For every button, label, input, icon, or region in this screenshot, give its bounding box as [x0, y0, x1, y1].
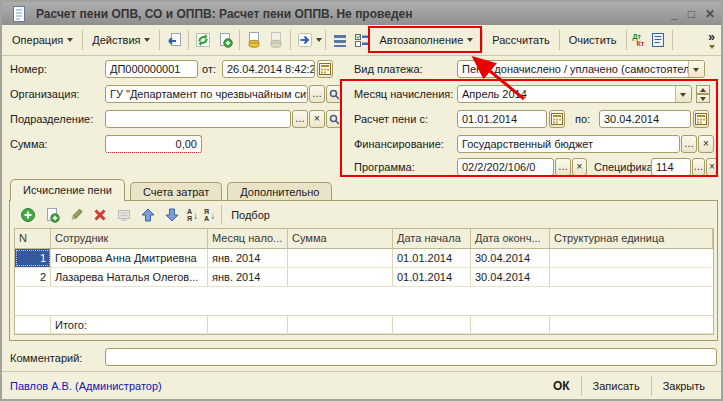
ellipsis-button[interactable]: … [681, 135, 697, 153]
clear-field-button[interactable]: × [572, 158, 587, 176]
date-from-cell[interactable]: 01.01.2014 [393, 268, 471, 286]
toolbar-separator [626, 30, 627, 50]
calendar-button[interactable] [693, 110, 709, 128]
tab-cost-accounts[interactable]: Счета затрат [130, 182, 222, 201]
ellipsis-button[interactable]: … [292, 110, 308, 128]
department-field[interactable] [105, 110, 291, 128]
add-row-icon[interactable] [20, 207, 36, 223]
search-icon[interactable] [326, 110, 342, 128]
table-row[interactable]: 2 Лазарева Наталья Олегов... янв. 2014 0… [15, 268, 713, 287]
clear-field-button[interactable]: × [706, 158, 718, 176]
financing-field[interactable]: Государственный бюджет [457, 135, 680, 153]
calendar-button[interactable] [317, 60, 333, 78]
sum-cell[interactable] [288, 249, 393, 267]
report-icon[interactable] [650, 32, 666, 48]
organization-label: Организация: [10, 85, 79, 103]
checkbox-list-icon[interactable] [354, 32, 370, 48]
clear-field-button[interactable]: × [698, 135, 714, 153]
column-header-unit[interactable]: Структурная единица [550, 229, 713, 248]
column-header-n[interactable]: N [15, 229, 51, 248]
date-from-cell[interactable]: 01.01.2014 [393, 249, 471, 267]
tab-additional[interactable]: Дополнительно [227, 182, 332, 201]
accrual-month-select[interactable]: Апрель 2014 [457, 85, 692, 103]
unpost-document-icon[interactable] [268, 32, 284, 48]
close-form-button[interactable]: Закрыть [655, 378, 713, 394]
comment-input[interactable] [105, 348, 717, 366]
row-number-cell[interactable]: 2 [15, 268, 51, 286]
clear-button[interactable]: Очистить [563, 31, 623, 49]
ok-button[interactable]: ОК [545, 377, 578, 395]
clear-field-button[interactable]: × [309, 110, 325, 128]
amount-label: Сумма: [10, 135, 48, 153]
search-icon[interactable] [326, 85, 342, 103]
copy-row-icon[interactable] [44, 207, 60, 223]
number-field[interactable]: ДП000000001 [105, 60, 198, 78]
employee-cell[interactable]: Лазарева Наталья Олегов... [51, 268, 208, 286]
status-bar: Павлов А.В. (Администратор) ОК Записать … [2, 371, 721, 399]
column-header-employee[interactable]: Сотрудник [51, 229, 208, 248]
column-header-date-from[interactable]: Дата начала [393, 229, 471, 248]
move-up-icon[interactable] [140, 207, 156, 223]
program-field[interactable]: 02/2/202/106/0 [457, 158, 554, 176]
date-to-cell[interactable]: 30.04.2014 [471, 268, 550, 286]
chevron-down-icon[interactable] [316, 38, 322, 42]
amount-field[interactable]: 0,00 [105, 135, 202, 153]
document-date-field[interactable]: 26.04.2014 8:42:24 [222, 60, 315, 78]
column-header-date-to[interactable]: Дата оконч... [471, 229, 550, 248]
maximize-button[interactable]: □ [688, 8, 695, 20]
date-to-cell[interactable]: 30.04.2014 [471, 249, 550, 267]
list-structure-icon[interactable] [332, 32, 348, 48]
calendar-button[interactable] [549, 110, 565, 128]
row-number-cell[interactable]: 1 [15, 249, 51, 267]
specifics-label: Специфика: [594, 158, 656, 176]
close-button[interactable]: ✕ [705, 8, 715, 20]
penalty-from-field[interactable]: 01.01.2014 [457, 110, 547, 128]
unit-cell[interactable] [550, 268, 713, 286]
financing-label: Финансирование: [354, 135, 444, 153]
toolbar-overflow-button[interactable]: » [708, 32, 715, 49]
pick-button[interactable]: Подбор [225, 206, 276, 224]
refresh-icon[interactable] [195, 32, 211, 48]
move-down-icon[interactable] [164, 207, 180, 223]
unit-cell[interactable] [550, 249, 713, 267]
penalty-to-label: по: [575, 110, 590, 128]
delete-row-icon[interactable] [92, 207, 108, 223]
column-header-month[interactable]: Месяц нало... [208, 229, 288, 248]
tab-penalty-calculation[interactable]: Исчисление пени [10, 179, 125, 201]
month-cell[interactable]: янв. 2014 [208, 268, 288, 286]
sum-cell[interactable] [288, 268, 393, 286]
ellipsis-button[interactable]: … [692, 158, 705, 176]
save-button[interactable]: Записать [585, 378, 648, 394]
debit-credit-icon[interactable]: Дт Кт [633, 33, 645, 47]
spin-up-icon[interactable] [696, 85, 710, 94]
copy-add-icon[interactable] [217, 32, 233, 48]
payment-type-select[interactable]: Пени: доначислено / уплачено (самостояте… [457, 60, 705, 78]
month-cell[interactable]: янв. 2014 [208, 249, 288, 267]
operation-menu-button[interactable]: Операция [6, 31, 79, 49]
specifics-field[interactable]: 114 [651, 158, 691, 176]
accrual-month-label: Месяц начисления: [354, 85, 453, 103]
goto-icon[interactable] [297, 32, 313, 48]
date-from-label: от: [202, 60, 216, 78]
sort-descending-icon[interactable]: ЯА ↓ [204, 208, 215, 222]
table-row[interactable]: 1 Говорова Анна Дмитриевна янв. 2014 01.… [15, 249, 713, 268]
penalty-to-field[interactable]: 30.04.2014 [599, 110, 691, 128]
ellipsis-button[interactable]: … [309, 85, 325, 103]
table-header: N Сотрудник Месяц нало... Сумма Дата нач… [15, 229, 713, 249]
reread-icon[interactable] [166, 32, 182, 48]
post-document-icon[interactable] [246, 32, 262, 48]
edit-row-icon[interactable] [68, 207, 84, 223]
minimize-button[interactable]: _ [671, 8, 678, 20]
autofill-button[interactable]: Автозаполнение [373, 31, 479, 49]
column-header-sum[interactable]: Сумма [288, 229, 393, 248]
month-spinner[interactable] [696, 85, 710, 103]
sort-ascending-icon[interactable]: АЯ ↓ [187, 208, 198, 222]
spin-down-icon[interactable] [696, 94, 710, 103]
employee-cell[interactable]: Говорова Анна Дмитриевна [51, 249, 208, 267]
organization-field[interactable]: ГУ "Департамент по чрезвычайным сит [105, 85, 308, 103]
ellipsis-button[interactable]: … [555, 158, 571, 176]
current-user-link[interactable]: Павлов А.В. (Администратор) [10, 380, 545, 392]
total-label: Итого: [51, 316, 208, 333]
actions-menu-button[interactable]: Действия [86, 31, 156, 49]
calculate-button[interactable]: Рассчитать [486, 31, 555, 49]
